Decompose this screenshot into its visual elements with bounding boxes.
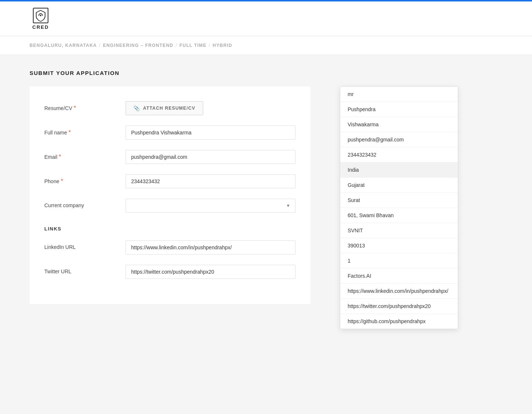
autocomplete-item[interactable]: 390013 bbox=[340, 238, 458, 253]
email-label: Email * bbox=[44, 150, 126, 160]
breadcrumb-item-mode: HYBRID bbox=[213, 43, 232, 48]
autocomplete-item[interactable]: Factors.AI bbox=[340, 268, 458, 284]
autocomplete-item[interactable]: Vishwakarma bbox=[340, 117, 458, 132]
email-row: Email * bbox=[44, 150, 296, 164]
linkedin-label: LinkedIn URL bbox=[44, 240, 126, 250]
email-input-area bbox=[126, 150, 296, 164]
phone-label: Phone * bbox=[44, 174, 126, 185]
breadcrumb-sep-2: / bbox=[175, 43, 177, 48]
resume-row: Resume/CV * 📎 ATTACH RESUME/CV bbox=[44, 101, 296, 115]
company-select-wrapper: ▼ bbox=[126, 199, 296, 213]
company-label: Current company bbox=[44, 199, 126, 208]
autocomplete-item[interactable]: 2344323432 bbox=[340, 147, 458, 162]
twitter-row: Twitter URL bbox=[44, 265, 296, 279]
email-input[interactable] bbox=[126, 150, 296, 164]
autocomplete-item[interactable]: mr bbox=[340, 87, 458, 102]
breadcrumb-item-type: FULL TIME bbox=[180, 43, 207, 48]
paperclip-icon: 📎 bbox=[133, 105, 140, 111]
autocomplete-item[interactable]: Gujarat bbox=[340, 178, 458, 193]
resume-label: Resume/CV * bbox=[44, 101, 126, 112]
breadcrumb-sep-3: / bbox=[209, 43, 211, 48]
fullname-input-area bbox=[126, 126, 296, 140]
autocomplete-item[interactable]: https://github.com/pushpendrahpx bbox=[340, 314, 458, 329]
breadcrumb: BENGALURU, KARNATAKA / ENGINEERING – FRO… bbox=[0, 36, 532, 55]
phone-input-area bbox=[126, 174, 296, 188]
logo-text: CRED bbox=[33, 24, 49, 30]
autocomplete-item[interactable]: https://www.linkedin.com/in/pushpendrahp… bbox=[340, 284, 458, 299]
fullname-required: * bbox=[68, 129, 71, 136]
company-row: Current company ▼ bbox=[44, 199, 296, 213]
cred-logo-icon bbox=[33, 7, 49, 24]
svg-point-1 bbox=[40, 15, 41, 16]
autocomplete-item[interactable]: Surat bbox=[340, 193, 458, 208]
header: CRED bbox=[0, 1, 532, 36]
main-content: SUBMIT YOUR APPLICATION Resume/CV * 📎 AT… bbox=[0, 55, 532, 319]
form-container: Resume/CV * 📎 ATTACH RESUME/CV Full name… bbox=[30, 86, 310, 304]
autocomplete-item[interactable]: Pushpendra bbox=[340, 102, 458, 117]
autocomplete-item[interactable]: https://twitter.com/pushpendrahpx20 bbox=[340, 299, 458, 314]
linkedin-input[interactable] bbox=[126, 240, 296, 254]
fullname-input[interactable] bbox=[126, 126, 296, 140]
linkedin-input-area bbox=[126, 240, 296, 254]
resume-required: * bbox=[74, 105, 76, 112]
email-required: * bbox=[59, 154, 61, 160]
breadcrumb-item-location: BENGALURU, KARNATAKA bbox=[30, 43, 97, 48]
autocomplete-item[interactable]: India bbox=[340, 162, 458, 178]
autocomplete-dropdown: mrPushpendraVishwakarmapushpendra@gmail.… bbox=[340, 86, 458, 329]
twitter-input-area bbox=[126, 265, 296, 279]
resume-input-area: 📎 ATTACH RESUME/CV bbox=[126, 101, 296, 115]
linkedin-row: LinkedIn URL bbox=[44, 240, 296, 254]
fullname-row: Full name * bbox=[44, 126, 296, 140]
company-select[interactable] bbox=[126, 199, 296, 213]
breadcrumb-item-department: ENGINEERING – FRONTEND bbox=[103, 43, 173, 48]
phone-input[interactable] bbox=[126, 174, 296, 188]
autocomplete-item[interactable]: SVNIT bbox=[340, 223, 458, 238]
twitter-input[interactable] bbox=[126, 265, 296, 279]
autocomplete-item[interactable]: 1 bbox=[340, 253, 458, 268]
logo-area: CRED bbox=[30, 7, 52, 30]
breadcrumb-sep-1: / bbox=[99, 43, 101, 48]
form-section-title: SUBMIT YOUR APPLICATION bbox=[30, 70, 502, 76]
links-section-title: LINKS bbox=[44, 223, 296, 232]
phone-required: * bbox=[61, 178, 63, 185]
autocomplete-item[interactable]: 601, Swami Bhavan bbox=[340, 208, 458, 223]
twitter-label: Twitter URL bbox=[44, 265, 126, 274]
phone-row: Phone * bbox=[44, 174, 296, 188]
fullname-label: Full name * bbox=[44, 126, 126, 136]
autocomplete-item[interactable]: pushpendra@gmail.com bbox=[340, 132, 458, 147]
company-input-area: ▼ bbox=[126, 199, 296, 213]
attach-resume-button[interactable]: 📎 ATTACH RESUME/CV bbox=[126, 101, 203, 115]
